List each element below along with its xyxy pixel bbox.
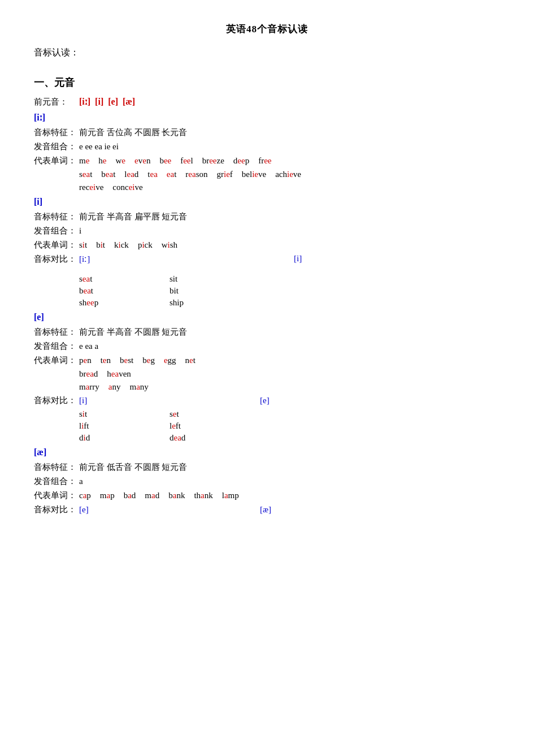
word-compare-sit: sit [170, 274, 215, 284]
i-compare-table: [iː] [i] [79, 254, 339, 266]
word-best: best [120, 356, 133, 365]
front-vowel-e: [e] [108, 97, 118, 107]
ae-words: cap map bad mad bank thank lamp [79, 491, 239, 500]
compare-seat-sit: seat sit [79, 274, 500, 284]
word-kick: kick [114, 240, 129, 250]
ii-combos: e ee ea ie ei [79, 142, 119, 152]
ae-header1: [e] [79, 505, 124, 515]
ii-features-row: 音标特征： 前元音 舌位高 不圆唇 长元音 [34, 127, 500, 138]
ii-combos-row: 发音组合： e ee ea ie ei [34, 141, 500, 152]
word-grief: grief [217, 170, 233, 179]
word-lead: lead [124, 170, 138, 179]
e-header1: [i] [79, 396, 124, 405]
word-compare-ship: ship [170, 298, 215, 308]
word-bank: bank [168, 491, 185, 500]
word-bad: bad [124, 491, 136, 500]
ii-features: 前元音 舌位高 不圆唇 长元音 [79, 127, 187, 138]
word-free: free [258, 156, 271, 166]
section-vowels: 一、元音 [34, 76, 500, 89]
word-any: any [108, 382, 121, 392]
ae-combos-row: 发音组合： a [34, 476, 500, 487]
word-we: we [116, 156, 126, 166]
e-words2: bread heaven [79, 369, 131, 379]
word-compare-seat: seat [79, 274, 124, 284]
word-deep: deep [233, 156, 249, 166]
front-vowel-ii: [iː] [79, 96, 90, 107]
ae-features-label: 音标特征： [34, 462, 79, 473]
subtitle: 音标认读： [34, 47, 500, 59]
ae-compare-row: 音标对比： [e] [æ] [34, 504, 500, 515]
e-words-label: 代表单词： [34, 355, 79, 366]
word-bee: bee [159, 156, 171, 166]
word-achieve: achieve [275, 170, 301, 179]
ae-header2: [æ] [260, 505, 305, 515]
word-marry: marry [79, 382, 99, 392]
word-receive: receive [79, 183, 103, 192]
page-title: 英语48个音标认读 [34, 23, 500, 36]
word-even: even [134, 156, 150, 166]
ae-combos: a [79, 477, 83, 486]
i-compare-label: 音标对比： [34, 254, 79, 265]
word-many: many [130, 382, 149, 392]
e-words3-row: marry any many [79, 382, 500, 392]
ii-features-label: 音标特征： [34, 127, 79, 138]
e-compare-label: 音标对比： [34, 395, 79, 406]
e-features-label: 音标特征： [34, 327, 79, 338]
compare-lift-left: lift left [79, 421, 500, 431]
i-words-row: 代表单词： sit bit kick pick wish [34, 240, 500, 250]
i-features-row: 音标特征： 前元音 半高音 扁平唇 短元音 [34, 211, 500, 222]
e-combos-label: 发音组合： [34, 341, 79, 352]
front-vowels-label: 前元音： [34, 97, 79, 107]
word-pick: pick [138, 240, 153, 250]
word-feel: feel [180, 156, 193, 166]
word-beat: beat [101, 170, 115, 179]
compare-beat-bit: beat bit [79, 286, 500, 296]
front-vowels-row: 前元音： [iː] [i] [e] [æ] [34, 96, 500, 107]
word-compare-set: set [170, 409, 215, 419]
phoneme-ae-heading: [æ] [34, 447, 500, 457]
compare-sheep-ship: sheep ship [79, 298, 500, 308]
ii-words-label: 代表单词： [34, 155, 79, 166]
phoneme-i-heading: [i] [34, 197, 500, 207]
e-combos: e ea a [79, 342, 98, 351]
e-compare-headers: [i] [e] [79, 396, 305, 405]
i-combos: i [79, 226, 81, 236]
word-believe: believe [242, 170, 266, 179]
e-words: pen ten best beg egg net [79, 356, 196, 365]
word-map: map [100, 491, 115, 500]
word-sit: sit [79, 240, 87, 250]
ii-words3: receive conceive [79, 183, 143, 192]
i-header2: [i] [294, 254, 339, 264]
word-compare-left: left [170, 421, 215, 431]
word-compare-did: did [79, 433, 124, 443]
ae-words-row: 代表单词： cap map bad mad bank thank lamp [34, 490, 500, 501]
word-compare-lift: lift [79, 421, 124, 431]
i-features-label: 音标特征： [34, 211, 79, 222]
ae-features: 前元音 低舌音 不圆唇 短元音 [79, 462, 187, 473]
word-eat: eat [167, 170, 177, 179]
word-mad: mad [145, 491, 159, 500]
word-lamp: lamp [222, 491, 239, 500]
word-thank: thank [194, 491, 212, 500]
word-bread: bread [79, 369, 98, 379]
i-header1: [iː] [79, 254, 124, 264]
ii-words2: seat beat lead tea eat reason grief beli… [79, 170, 301, 179]
front-vowel-ae: [æ] [123, 97, 135, 107]
e-features: 前元音 半高音 不圆唇 短元音 [79, 327, 187, 338]
ae-features-row: 音标特征： 前元音 低舌音 不圆唇 短元音 [34, 462, 500, 473]
ii-words-row: 代表单词： me he we even bee feel breeze deep… [34, 155, 500, 166]
e-combos-row: 发音组合： e ea a [34, 341, 500, 352]
front-vowel-i: [i] [95, 97, 103, 107]
word-compare-sheep: sheep [79, 298, 124, 308]
word-me: me [79, 156, 89, 166]
e-words2-row: bread heaven [79, 369, 500, 379]
word-compare-sit2: sit [79, 409, 124, 419]
ii-words: me he we even bee feel breeze deep free [79, 156, 272, 166]
i-words-label: 代表单词： [34, 240, 79, 250]
word-net: net [185, 356, 196, 365]
word-compare-dead: dead [170, 433, 215, 443]
word-conceive: conceive [112, 183, 142, 192]
word-breeze: breeze [202, 156, 224, 166]
word-heaven: heaven [107, 369, 131, 379]
ii-words3-row: receive conceive [79, 183, 500, 192]
